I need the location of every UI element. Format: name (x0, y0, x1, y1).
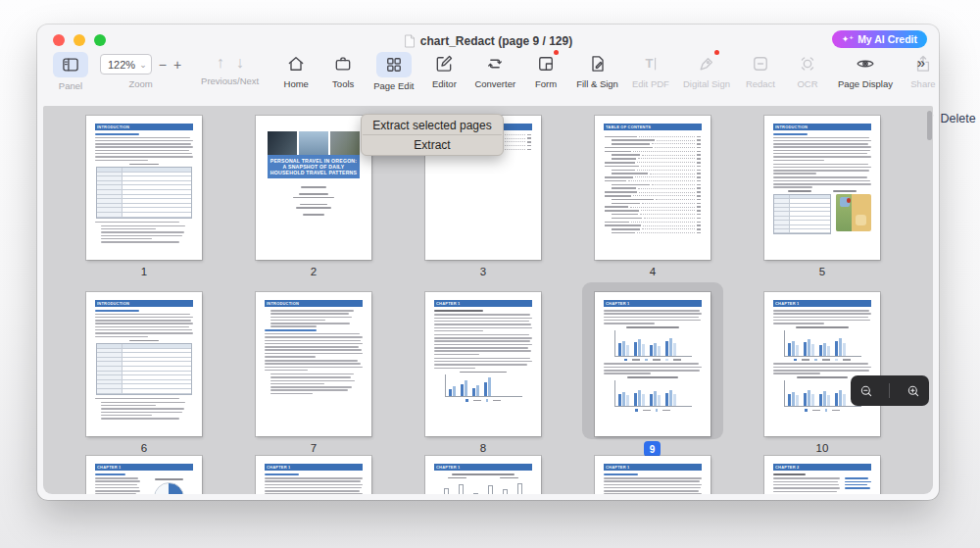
page-number-label: 1 (86, 266, 202, 277)
extract-dropdown-menu: Extract selected pagesExtract (361, 114, 504, 156)
scrollbar-thumb[interactable] (927, 111, 932, 140)
toolbar-item-fill-sign[interactable]: Fill & Sign (576, 52, 618, 91)
zoom-out-button[interactable]: − (159, 57, 167, 73)
previous-page-button[interactable]: ↑ (217, 54, 224, 72)
pencil-square-icon (434, 54, 454, 74)
magnifier-plus-icon[interactable] (906, 383, 921, 399)
toolbar-item-label: Share (910, 78, 935, 89)
toolbar-item-form[interactable]: Form (529, 52, 563, 91)
ocr-icon (798, 54, 817, 74)
panel-icon[interactable] (53, 52, 88, 77)
menu-item-extract-selected-pages[interactable]: Extract selected pages (362, 116, 503, 134)
my-ai-credit-label: My AI Credit (858, 33, 917, 45)
app-window: chart_Redact (page 9 / 129) Panel 122% ⌄ (37, 25, 939, 500)
thumbnail-zoom-overlay (851, 375, 929, 406)
page-number-badge: 9 (644, 441, 661, 457)
page-thumbnail-14[interactable]: CHAPTER 1 (595, 456, 710, 494)
page-thumbnail-10[interactable]: CHAPTER 1 (764, 292, 880, 436)
page-number-label: 5 (764, 266, 880, 277)
window-title: chart_Redact (page 9 / 129) (420, 34, 572, 48)
toolbar-item-label: Editor (432, 78, 457, 89)
page-number-label: 3 (425, 266, 541, 277)
zoom-label: Zoom (128, 78, 152, 89)
briefcase-icon (333, 54, 353, 74)
grid-icon (384, 55, 404, 75)
magnifier-minus-icon[interactable] (858, 383, 874, 399)
toolbar-item-page-edit[interactable]: Page Edit (373, 52, 414, 91)
page-thumbnail-15[interactable]: CHAPTER 2 (764, 456, 880, 494)
toolbar-item-label: Converter (474, 78, 515, 89)
traffic-lights (53, 34, 106, 46)
text-cursor-icon: T (641, 54, 661, 74)
toolbar-item-label: Page Display (838, 78, 893, 89)
overlay-divider (889, 383, 890, 398)
main-toolbar: Panel 122% ⌄ − + Zoom ↑ ↓ (47, 52, 821, 103)
my-ai-credit-button[interactable]: ✦⁺ My AI Credit (832, 30, 927, 48)
prev-next-group: ↑ ↓ Previous/Next (201, 52, 259, 86)
zoom-level-select[interactable]: 122% ⌄ (100, 54, 152, 75)
titlebar: chart_Redact (page 9 / 129) (37, 25, 939, 54)
page-thumbnail-11[interactable]: CHAPTER 1 (86, 456, 202, 494)
page-number-label: 7 (256, 442, 371, 454)
redact-icon (751, 54, 770, 74)
toolbar-item-ocr: OCR (791, 52, 824, 91)
convert-icon (485, 54, 505, 74)
close-button[interactable] (53, 34, 65, 46)
page-thumbnail-1[interactable]: INTRODUCTION (86, 116, 202, 260)
page-thumbnail-13[interactable]: CHAPTER 1 (425, 456, 541, 494)
next-page-button[interactable]: ↓ (236, 54, 244, 72)
panel-group[interactable]: Panel (53, 52, 88, 91)
fill-sign-icon (588, 54, 608, 74)
sparkle-icon: ✦⁺ (842, 34, 854, 44)
toolbar-item-home[interactable]: Home (279, 52, 313, 91)
page-tool-label: Delete (941, 112, 976, 125)
toolbar-item-label: Page Edit (373, 80, 414, 91)
menu-item-extract[interactable]: Extract (362, 135, 503, 154)
page-thumbnail-2[interactable]: PERSONAL TRAVEL IN OREGON:A SNAPSHOT OF … (256, 116, 371, 260)
zoom-window-button[interactable] (94, 34, 106, 46)
home-icon (286, 54, 306, 74)
toolbar-item-redact: Redact (744, 52, 777, 91)
page-number-label: 2 (256, 266, 371, 277)
toolbar-item-label: OCR (797, 78, 817, 89)
toolbar-item-label: Fill & Sign (576, 78, 618, 89)
pen-nib-icon (697, 54, 716, 74)
notification-dot (554, 50, 559, 55)
toolbar-item-page-display[interactable]: Page Display (838, 52, 893, 91)
zoom-in-button[interactable]: + (173, 57, 181, 73)
toolbar-item-label: Form (535, 78, 557, 89)
page-thumbnail-9[interactable]: CHAPTER 1 (595, 292, 710, 436)
window-title-area: chart_Redact (page 9 / 129) (404, 34, 572, 48)
toolbar-item-label: Home (284, 78, 309, 89)
notification-dot (714, 50, 719, 55)
toolbar-items: Home Tools Page Edit Editor Converter Fo… (272, 52, 947, 91)
page-thumbnail-6[interactable]: INTRODUCTION (86, 292, 202, 436)
toolbar-item-edit-pdf: T Edit PDF (632, 52, 669, 91)
chevron-down-icon: ⌄ (139, 60, 147, 70)
eye-icon (856, 54, 875, 74)
page-number-label: 8 (425, 442, 541, 454)
page-number-label: 4 (595, 266, 710, 277)
document-icon (404, 34, 416, 48)
thumbnail-grid[interactable]: INTRODUCTION1PERSONAL TRAVEL IN OREGON:A… (43, 106, 933, 494)
page-thumbnail-4[interactable]: TABLE OF CONTENTS (595, 116, 710, 260)
page-thumbnail-8[interactable]: CHAPTER 1 (425, 292, 541, 436)
toolbar-item-label: Digital Sign (683, 78, 730, 89)
minimize-button[interactable] (74, 34, 85, 46)
zoom-value: 122% (108, 59, 135, 71)
toolbar-item-label: Edit PDF (632, 78, 669, 89)
form-icon (536, 54, 556, 74)
prev-next-label: Previous/Next (201, 75, 259, 86)
toolbar-item-editor[interactable]: Editor (427, 52, 461, 91)
toolbar-item-converter[interactable]: Converter (474, 52, 515, 91)
zoom-group: 122% ⌄ − + Zoom (100, 52, 181, 89)
desktop-background: chart_Redact (page 9 / 129) Panel 122% ⌄ (0, 0, 980, 548)
page-number-label: 6 (86, 442, 202, 454)
page-thumbnail-12[interactable]: CHAPTER 1 (256, 456, 371, 494)
more-tools-chevron[interactable]: » (917, 54, 923, 71)
page-thumbnail-5[interactable]: INTRODUCTION (764, 116, 880, 260)
toolbar-item-label: Redact (746, 78, 775, 89)
toolbar-item-tools[interactable]: Tools (326, 52, 360, 91)
page-thumbnail-7[interactable]: INTRODUCTION (256, 292, 371, 436)
svg-text:T: T (645, 56, 653, 71)
